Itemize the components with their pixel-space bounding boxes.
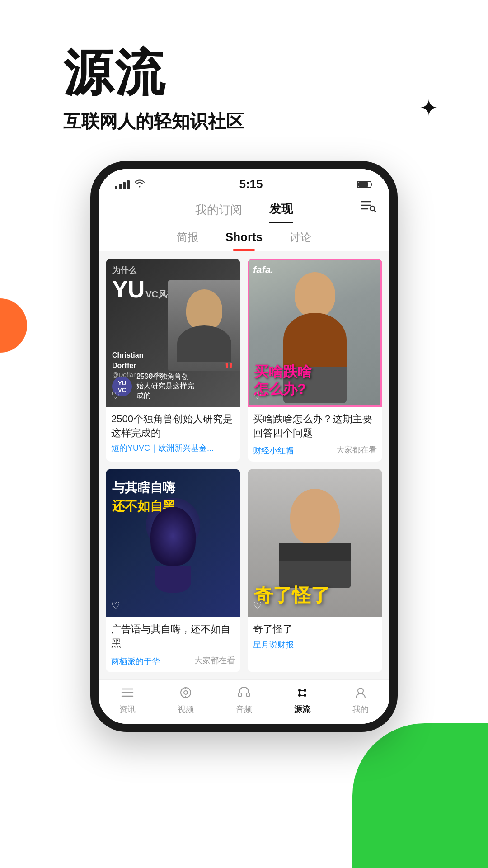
- headphone-icon: [237, 686, 251, 702]
- svg-line-6: [374, 210, 375, 212]
- card-vc[interactable]: 为什么 YU VC风投 Christian Dorffer: [106, 259, 240, 462]
- status-bar: 5:15: [99, 169, 389, 196]
- card-vc-heart[interactable]: ♡: [111, 390, 120, 401]
- search-list-icon[interactable]: [361, 199, 376, 214]
- card-ad-heart[interactable]: ♡: [111, 600, 120, 612]
- signal-bar-2: [119, 184, 122, 189]
- signal-bar-1: [115, 186, 117, 189]
- bottom-nav-audio-label: 音频: [236, 704, 252, 715]
- finance-text-overlay: 买啥跌啥怎么办?: [254, 363, 376, 398]
- user-icon: [354, 686, 367, 702]
- card-finance-channel[interactable]: 财经小红帽: [253, 445, 294, 456]
- bottom-nav-video[interactable]: 视频: [178, 686, 194, 715]
- card-finance-heart[interactable]: ♡: [253, 390, 262, 401]
- ad-main-text: 与其瞎自嗨: [112, 480, 234, 496]
- card-qi[interactable]: 奇了怪了 ♡ 奇了怪了 星月说财报: [248, 469, 382, 672]
- card-ad-tag: 大家都在看: [194, 655, 235, 666]
- top-nav: 我的订阅 发现: [99, 196, 389, 223]
- wifi-icon: [134, 179, 145, 190]
- svg-rect-14: [239, 693, 241, 697]
- nav-discover[interactable]: 发现: [269, 201, 293, 223]
- card-ad-channel[interactable]: 两栖派的于华: [111, 656, 160, 667]
- battery-icon: [357, 180, 373, 189]
- finance-main-text: 买啥跌啥怎么办?: [254, 363, 376, 398]
- bottom-nav-video-label: 视频: [178, 704, 194, 715]
- card-ad-thumb: 与其瞎自嗨 还不如自黑 ♡: [106, 469, 240, 617]
- card-vc-thumb: 为什么 YU VC风投 Christian Dorffer: [106, 259, 240, 407]
- vc-quote-icon: ": [225, 359, 233, 380]
- content-tab-bar: 简报 Shorts 讨论: [99, 223, 389, 251]
- list-icon: [121, 686, 134, 702]
- card-vc-meta: 2500个独角兽创始人研究是这样完成的 短的YUVC｜欧洲新兴基金...: [106, 407, 240, 459]
- bottom-nav-audio[interactable]: 音频: [236, 686, 252, 715]
- card-ad-footer: 两栖派的于华 大家都在看: [111, 653, 235, 667]
- svg-point-11: [184, 691, 188, 694]
- card-ad-meta: 广告语与其自嗨，还不如自黑 两栖派的于华 大家都在看: [106, 617, 240, 672]
- svg-rect-15: [247, 693, 249, 697]
- svg-rect-1: [358, 182, 368, 187]
- card-vc-channel[interactable]: 短的YUVC｜欧洲新兴基金...: [111, 443, 235, 453]
- signal-bar-4: [127, 180, 130, 189]
- signal-bar-3: [123, 182, 126, 189]
- card-ad[interactable]: 与其瞎自嗨 还不如自黑 ♡ 广告语与其自嗨，还不如自黑 两栖派的于华 大家都在看: [106, 469, 240, 672]
- bottom-nav-news[interactable]: 资讯: [119, 686, 136, 715]
- card-finance[interactable]: fafa. 买啥跌啥怎么办? ♡ 买啥跌啥怎么办？这期主要回答四个问题 财经小红…: [248, 259, 382, 462]
- phone-mockup: 5:15 我的订阅 发现: [90, 161, 398, 732]
- status-time: 5:15: [239, 177, 263, 191]
- nav-subscription[interactable]: 我的订阅: [195, 202, 242, 222]
- card-qi-meta: 奇了怪了 星月说财报: [248, 617, 382, 656]
- card-finance-tag: 大家都在看: [336, 444, 377, 455]
- vc-why-label: 为什么: [112, 265, 136, 276]
- video-icon: [179, 686, 192, 702]
- bottom-nav-yuanliu-label: 源流: [294, 704, 310, 715]
- bottom-nav-profile[interactable]: 我的: [352, 686, 369, 715]
- green-shape-decoration: [352, 723, 488, 868]
- tab-shorts[interactable]: Shorts: [225, 230, 263, 251]
- card-finance-thumb: fafa. 买啥跌啥怎么办? ♡: [248, 259, 382, 407]
- qi-text-overlay: 奇了怪了: [254, 583, 376, 608]
- card-finance-title: 买啥跌啥怎么办？这期主要回答四个问题: [253, 412, 377, 440]
- content-grid: 为什么 YU VC风投 Christian Dorffer: [99, 251, 389, 679]
- phone-mockup-container: 5:15 我的订阅 发现: [0, 161, 488, 732]
- qi-main-text: 奇了怪了: [254, 583, 376, 608]
- bottom-nav-news-label: 资讯: [119, 704, 136, 715]
- card-finance-footer: 财经小红帽 大家都在看: [253, 443, 377, 456]
- status-left: [115, 179, 145, 190]
- bottom-nav: 资讯 视频: [99, 679, 389, 724]
- card-finance-meta: 买啥跌啥怎么办？这期主要回答四个问题 财经小红帽 大家都在看: [248, 407, 382, 462]
- card-vc-title: 2500个独角兽创始人研究是这样完成的: [111, 412, 235, 440]
- card-qi-heart[interactable]: ♡: [253, 600, 262, 612]
- bottom-nav-profile-label: 我的: [352, 704, 369, 715]
- card-ad-title: 广告语与其自嗨，还不如自黑: [111, 623, 235, 651]
- svg-point-24: [358, 688, 363, 693]
- vc-person-photo: [168, 280, 240, 371]
- grid-icon: [296, 686, 309, 702]
- card-qi-thumb: 奇了怪了 ♡: [248, 469, 382, 617]
- fafa-label: fafa.: [253, 264, 273, 276]
- page-title: 源流: [63, 45, 488, 100]
- ad-figure: [150, 507, 196, 593]
- tab-brief[interactable]: 简报: [177, 230, 198, 251]
- card-qi-channel[interactable]: 星月说财报: [253, 639, 377, 650]
- page-subtitle: 互联网人的轻知识社区: [63, 109, 488, 134]
- vc-title-row: YU VC风投: [112, 276, 176, 303]
- qi-person: [279, 489, 351, 588]
- signal-bars: [115, 179, 130, 189]
- vc-logo-area: YUVC 2500个独角兽创始人研究是这样完成的: [112, 372, 195, 400]
- bottom-nav-yuanliu[interactable]: 源流: [294, 686, 310, 715]
- vc-name-big: YU: [112, 276, 145, 303]
- vc-logo-desc: 2500个独角兽创始人研究是这样完成的: [136, 372, 195, 400]
- card-qi-title: 奇了怪了: [253, 623, 377, 637]
- page-header: 源流 互联网人的轻知识社区: [0, 0, 488, 134]
- tab-discussion[interactable]: 讨论: [290, 230, 311, 251]
